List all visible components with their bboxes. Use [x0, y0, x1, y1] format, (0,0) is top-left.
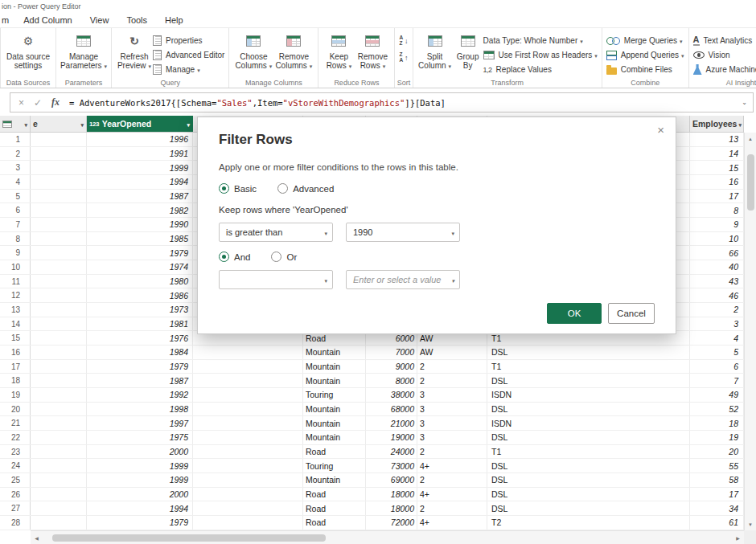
cell-employees[interactable]: 40: [690, 260, 744, 274]
cell-yearopened[interactable]: 1997: [87, 416, 193, 430]
row-number[interactable]: 23: [0, 445, 31, 459]
cell-col-a[interactable]: [31, 317, 87, 331]
cell-yearopened[interactable]: 1980: [87, 275, 193, 288]
cell-col-f[interactable]: AW: [417, 346, 487, 359]
remove-columns-button[interactable]: Remove Columns: [273, 31, 314, 71]
cell-employees[interactable]: 17: [690, 488, 744, 501]
cell-employees[interactable]: 58: [690, 473, 744, 487]
scroll-down-icon[interactable]: ▼: [745, 518, 756, 530]
cell-employees[interactable]: 13: [690, 133, 744, 146]
cell-col-c[interactable]: [193, 403, 303, 416]
row-number[interactable]: 19: [0, 388, 31, 402]
cell-yearopened[interactable]: 1991: [87, 147, 193, 161]
cell-col-d[interactable]: Mountain: [303, 473, 366, 487]
cell-col-g[interactable]: DSL: [487, 488, 690, 501]
cell-col-f[interactable]: 3: [417, 388, 487, 402]
cell-col-f[interactable]: 2: [417, 501, 487, 515]
refresh-preview-button[interactable]: ↻ Refresh Preview: [116, 31, 153, 71]
ribbon-tab-cut[interactable]: m: [0, 15, 14, 25]
cell-col-d[interactable]: Mountain: [303, 360, 366, 374]
and-radio[interactable]: And: [219, 252, 250, 262]
append-queries-button[interactable]: Append Queries: [606, 49, 684, 61]
column-header-yearopened[interactable]: 123 YearOpened: [87, 116, 193, 132]
cell-col-a[interactable]: [31, 331, 87, 345]
group-by-button[interactable]: Group By: [453, 31, 483, 70]
basic-radio[interactable]: Basic: [219, 183, 257, 194]
cell-yearopened[interactable]: 1987: [87, 374, 193, 387]
cell-yearopened[interactable]: 1985: [87, 232, 193, 246]
cell-col-c[interactable]: [193, 388, 303, 402]
row-number[interactable]: 15: [0, 331, 31, 345]
cell-col-f[interactable]: 2: [417, 374, 487, 387]
cell-col-e[interactable]: 7000: [366, 346, 417, 359]
cell-col-e[interactable]: 8000: [366, 374, 417, 387]
cell-employees[interactable]: 14: [690, 147, 744, 161]
cell-col-a[interactable]: [31, 473, 87, 487]
formula-expand-icon[interactable]: ⌄: [736, 99, 753, 106]
cell-yearopened[interactable]: 1999: [87, 161, 193, 174]
cell-col-a[interactable]: [31, 488, 87, 501]
formula-cancel-icon[interactable]: ×: [18, 97, 24, 108]
cell-yearopened[interactable]: 1981: [87, 317, 193, 331]
cell-col-c[interactable]: [193, 431, 303, 444]
close-icon[interactable]: ×: [657, 124, 664, 136]
cell-col-e[interactable]: 38000: [366, 388, 417, 402]
use-first-row-as-headers-button[interactable]: Use First Row as Headers: [483, 49, 598, 61]
cell-col-g[interactable]: DSL: [487, 459, 690, 472]
cell-col-a[interactable]: [31, 161, 87, 174]
cell-employees[interactable]: 7: [690, 374, 744, 387]
cell-col-f[interactable]: 2: [417, 473, 487, 487]
cell-col-c[interactable]: [193, 374, 303, 387]
cell-col-a[interactable]: [31, 346, 87, 359]
cell-yearopened[interactable]: 1979: [87, 360, 193, 374]
cell-employees[interactable]: 34: [690, 501, 744, 515]
cell-col-c[interactable]: [193, 473, 303, 487]
row-number[interactable]: 11: [0, 275, 31, 288]
cell-col-f[interactable]: 4+: [417, 488, 487, 501]
cell-col-a[interactable]: [31, 459, 87, 472]
cell-yearopened[interactable]: 1975: [87, 431, 193, 444]
cell-col-g[interactable]: DSL: [487, 473, 690, 487]
sort-ascending-button[interactable]: AZ ↓: [399, 35, 408, 47]
cell-col-f[interactable]: 4+: [417, 516, 487, 530]
cell-employees[interactable]: 61: [690, 516, 744, 530]
cell-yearopened[interactable]: 1999: [87, 473, 193, 487]
cell-col-c[interactable]: [193, 501, 303, 515]
cell-yearopened[interactable]: 1974: [87, 260, 193, 274]
cell-col-e[interactable]: 9000: [366, 360, 417, 374]
scroll-left-icon[interactable]: ◀: [31, 535, 43, 541]
cell-col-d[interactable]: Mountain: [303, 403, 366, 416]
combine-files-button[interactable]: Combine Files: [606, 63, 684, 76]
cell-yearopened[interactable]: 1984: [87, 346, 193, 359]
row-number[interactable]: 28: [0, 516, 31, 530]
cell-col-e[interactable]: 72000: [366, 516, 417, 530]
row-number[interactable]: 20: [0, 403, 31, 416]
cell-col-a[interactable]: [31, 203, 87, 217]
row-number[interactable]: 5: [0, 190, 31, 203]
cell-employees[interactable]: 17: [690, 190, 744, 203]
vertical-scroll-thumb[interactable]: [747, 154, 754, 211]
cell-yearopened[interactable]: 1976: [87, 331, 193, 345]
cell-yearopened[interactable]: 2000: [87, 488, 193, 501]
row-number[interactable]: 24: [0, 459, 31, 472]
or-radio[interactable]: Or: [271, 252, 297, 262]
cell-col-d[interactable]: Mountain: [303, 431, 366, 444]
cell-col-a[interactable]: [31, 445, 87, 459]
cell-col-e[interactable]: 68000: [366, 403, 417, 416]
cell-yearopened[interactable]: 1992: [87, 388, 193, 402]
cell-employees[interactable]: 49: [690, 388, 744, 402]
ok-button[interactable]: OK: [547, 303, 602, 324]
cell-col-a[interactable]: [31, 374, 87, 387]
ribbon-tab-add-column[interactable]: Add Column: [14, 15, 81, 25]
ribbon-tab-tools[interactable]: Tools: [117, 15, 156, 25]
cell-col-f[interactable]: 3: [417, 416, 487, 430]
cell-col-e[interactable]: 18000: [366, 501, 417, 515]
cell-yearopened[interactable]: 1973: [87, 303, 193, 317]
text-analytics-button[interactable]: A Text Analytics: [693, 35, 756, 47]
row-number[interactable]: 12: [0, 288, 31, 302]
manage-parameters-button[interactable]: Manage Parameters: [60, 31, 107, 71]
cell-employees[interactable]: 5: [690, 346, 744, 359]
row-number[interactable]: 7: [0, 218, 31, 231]
data-source-settings-button[interactable]: ⚙ Data source settings: [5, 31, 51, 70]
cell-employees[interactable]: 8: [690, 203, 744, 217]
